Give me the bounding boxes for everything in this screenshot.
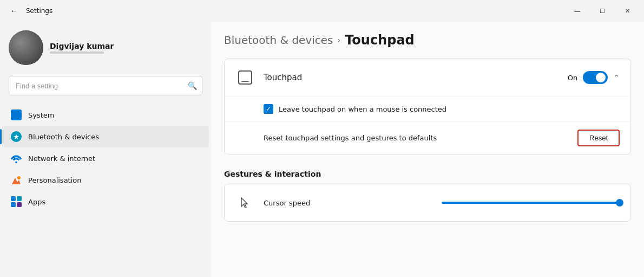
breadcrumb-parent[interactable]: Bluetooth & devices [224, 34, 333, 47]
sidebar-item-network[interactable]: Network & internet [2, 147, 209, 169]
cursor-speed-row: Cursor speed [224, 184, 631, 222]
user-name: Digvijay kumar [50, 42, 114, 50]
sidebar-item-label: Network & internet [28, 154, 95, 163]
cursor-speed-slider-wrap [442, 202, 620, 204]
toggle-knob [596, 73, 606, 82]
system-icon [11, 109, 22, 120]
reset-row: Reset touchpad settings and gestures to … [225, 122, 630, 154]
sidebar-item-label: Personalisation [28, 176, 82, 184]
bluetooth-icon: ★ [11, 131, 22, 142]
svg-point-0 [15, 161, 17, 163]
cursor-icon [235, 193, 255, 212]
gestures-section-title: Gestures & interaction [224, 163, 631, 184]
sidebar-item-label: Bluetooth & devices [28, 133, 99, 141]
breadcrumb-current: Touchpad [345, 33, 415, 48]
minimize-button[interactable]: — [565, 2, 590, 20]
avatar [9, 30, 43, 65]
touchpad-toggle[interactable] [583, 71, 608, 84]
sidebar-item-label: System [28, 111, 54, 119]
titlebar-title: Settings [26, 7, 52, 15]
sidebar-item-system[interactable]: System [2, 104, 209, 126]
cursor-speed-slider-track[interactable] [442, 202, 620, 204]
personalisation-icon [11, 175, 22, 185]
titlebar-left: ← Settings [6, 3, 52, 18]
search-input[interactable] [9, 76, 202, 95]
toggle-on-label: On [568, 74, 577, 82]
touchpad-checkbox-wrap[interactable]: ✓ Leave touchpad on when a mouse is conn… [264, 104, 446, 114]
titlebar: ← Settings — ☐ ✕ [0, 0, 644, 22]
apps-icon [11, 196, 22, 207]
back-button[interactable]: ← [6, 3, 22, 18]
search-box: 🔍 [9, 76, 202, 95]
sidebar-item-personalisation[interactable]: Personalisation [2, 169, 209, 191]
leave-touchpad-label: Leave touchpad on when a mouse is connec… [279, 105, 446, 113]
sidebar-item-apps[interactable]: Apps [2, 191, 209, 212]
cursor-speed-slider-thumb[interactable] [616, 199, 623, 207]
user-profile[interactable]: Digvijay kumar [0, 22, 211, 76]
svg-point-1 [17, 176, 21, 179]
breadcrumb: Bluetooth & devices › Touchpad [224, 33, 631, 48]
sidebar-item-label: Apps [28, 198, 45, 206]
reset-button[interactable]: Reset [577, 130, 620, 146]
breadcrumb-chevron-icon: › [338, 36, 341, 44]
touchpad-label: Touchpad [264, 73, 568, 82]
app-body: Digvijay kumar 🔍 System ★ Bluetooth & de… [0, 22, 644, 277]
user-sub [50, 51, 104, 54]
user-info: Digvijay kumar [50, 42, 114, 54]
touchpad-checkbox-row: ✓ Leave touchpad on when a mouse is conn… [225, 96, 630, 122]
touchpad-card: Touchpad On ⌃ ✓ Leave touchpad on when a… [224, 59, 631, 154]
search-icon: 🔍 [188, 81, 197, 90]
reset-text: Reset touchpad settings and gestures to … [264, 134, 437, 142]
touchpad-toggle-area: On ⌃ [568, 71, 620, 84]
avatar-image [9, 30, 43, 65]
content-area: Bluetooth & devices › Touchpad Touchpad … [211, 22, 644, 277]
sidebar-item-bluetooth[interactable]: ★ Bluetooth & devices [2, 126, 209, 147]
network-icon [11, 153, 22, 164]
titlebar-controls: — ☐ ✕ [565, 2, 640, 20]
touchpad-icon [235, 68, 255, 87]
expand-chevron-icon[interactable]: ⌃ [613, 73, 620, 82]
leave-touchpad-checkbox[interactable]: ✓ [264, 104, 273, 114]
close-button[interactable]: ✕ [615, 2, 640, 20]
maximize-button[interactable]: ☐ [590, 2, 615, 20]
cursor-speed-label: Cursor speed [264, 199, 442, 207]
sidebar: Digvijay kumar 🔍 System ★ Bluetooth & de… [0, 22, 211, 277]
checkbox-tick-icon: ✓ [266, 105, 271, 113]
touchpad-main-row[interactable]: Touchpad On ⌃ [225, 59, 630, 96]
